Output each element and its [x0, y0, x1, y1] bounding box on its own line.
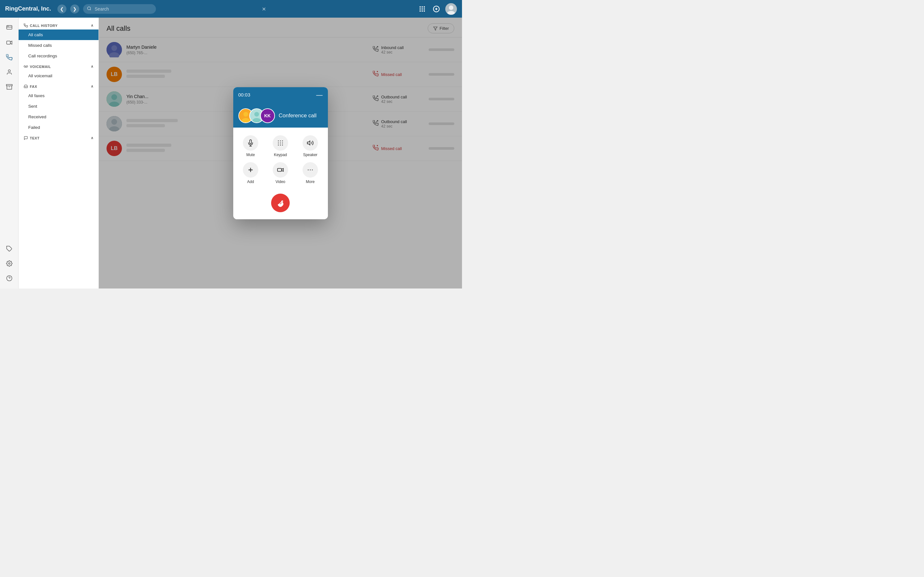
svg-point-15 — [449, 5, 453, 10]
sidebar-item-sent[interactable]: Sent — [19, 101, 99, 111]
conference-avatar-3: KK — [260, 108, 275, 123]
svg-rect-6 — [422, 8, 423, 10]
svg-point-53 — [254, 112, 259, 117]
svg-point-64 — [280, 145, 281, 145]
sidebar: CALL HISTORY ∧ All calls Missed calls Ca… — [19, 18, 99, 288]
fax-chevron: ∧ — [91, 84, 94, 89]
icon-bar-contacts[interactable] — [3, 66, 16, 79]
back-button[interactable]: ❮ — [57, 5, 66, 13]
svg-rect-20 — [6, 41, 10, 44]
speaker-icon — [302, 135, 318, 151]
svg-point-60 — [278, 142, 279, 143]
svg-rect-23 — [6, 85, 12, 86]
main-layout: CALL HISTORY ∧ All calls Missed calls Ca… — [0, 18, 462, 288]
svg-point-51 — [242, 118, 250, 123]
grid-icon-button[interactable] — [417, 4, 427, 14]
more-button[interactable]: More — [298, 162, 323, 184]
hangup-area — [238, 190, 323, 214]
svg-marker-70 — [282, 168, 284, 171]
icon-bar-bottom — [3, 242, 16, 288]
keypad-label: Keypad — [274, 153, 287, 157]
fax-section-header[interactable]: FAX ∧ — [19, 81, 99, 90]
avatar-stack: KK — [238, 108, 275, 123]
call-history-section-header[interactable]: CALL HISTORY ∧ — [19, 20, 99, 29]
call-controls-grid: Mute Keypad — [238, 135, 323, 184]
topbar: RingCentral, Inc. ❮ ❯ ✕ — [0, 0, 462, 18]
keypad-button[interactable]: Keypad — [268, 135, 293, 157]
svg-point-29 — [24, 66, 26, 67]
svg-rect-8 — [420, 10, 421, 11]
svg-point-62 — [282, 142, 283, 143]
modal-body: Mute Keypad — [233, 127, 328, 219]
svg-marker-21 — [10, 41, 12, 44]
sidebar-item-failed[interactable]: Failed — [19, 122, 99, 133]
voicemail-section-header[interactable]: VOICEMAIL ∧ — [19, 61, 99, 71]
hangup-button[interactable] — [271, 193, 290, 212]
add-call-button[interactable]: Add — [238, 162, 263, 184]
mute-icon — [243, 135, 258, 151]
svg-point-50 — [243, 112, 248, 117]
video-icon — [273, 162, 288, 177]
video-label: Video — [276, 179, 285, 184]
conference-call-title: Conference call — [279, 113, 317, 119]
sidebar-item-all-faxes[interactable]: All faxes — [19, 90, 99, 101]
icon-bar-tray[interactable] — [3, 81, 16, 93]
more-label: More — [306, 179, 314, 184]
svg-rect-10 — [424, 10, 425, 11]
sidebar-item-call-recordings[interactable]: Call recordings — [19, 51, 99, 61]
minimize-button[interactable]: — — [317, 92, 323, 98]
icon-bar-messages[interactable] — [3, 21, 16, 34]
modal-avatars-row: KK Conference call — [233, 103, 328, 127]
svg-point-22 — [8, 70, 10, 72]
search-clear-icon[interactable]: ✕ — [262, 6, 266, 12]
add-button[interactable] — [431, 4, 441, 14]
svg-rect-7 — [424, 8, 425, 10]
icon-bar-phone[interactable] — [3, 51, 16, 64]
svg-point-65 — [282, 145, 283, 145]
svg-rect-2 — [420, 6, 421, 7]
text-icon: TEXT — [24, 136, 39, 140]
svg-rect-69 — [278, 168, 282, 171]
speaker-button[interactable]: Speaker — [298, 135, 323, 157]
svg-point-54 — [252, 118, 261, 123]
topbar-actions — [417, 3, 457, 15]
call-timer: 00:03 — [238, 92, 250, 97]
main-content: All calls Filter Mar — [99, 18, 462, 288]
text-section-header[interactable]: TEXT ∧ — [19, 133, 99, 142]
sidebar-item-received[interactable]: Received — [19, 111, 99, 122]
video-button[interactable]: Video — [268, 162, 293, 184]
svg-rect-3 — [422, 6, 423, 7]
mute-button[interactable]: Mute — [238, 135, 263, 157]
user-avatar[interactable] — [445, 3, 457, 15]
icon-bar-help[interactable] — [3, 272, 16, 285]
svg-point-61 — [280, 142, 281, 143]
icon-bar-settings[interactable] — [3, 257, 16, 270]
svg-point-63 — [278, 145, 279, 145]
sidebar-item-all-voicemail[interactable]: All voicemail — [19, 71, 99, 81]
voicemail-chevron: ∧ — [91, 64, 94, 69]
forward-button[interactable]: ❯ — [70, 5, 79, 13]
svg-rect-17 — [6, 26, 12, 29]
add-label: Add — [247, 179, 254, 184]
sidebar-item-all-calls[interactable]: All calls — [19, 29, 99, 40]
call-history-chevron: ∧ — [91, 23, 94, 27]
svg-point-59 — [282, 140, 283, 141]
svg-point-57 — [278, 140, 279, 141]
svg-point-30 — [26, 66, 28, 67]
add-icon — [243, 162, 258, 177]
modal-header: 00:03 — — [233, 87, 328, 103]
keypad-icon — [273, 135, 288, 151]
fax-icon: FAX — [24, 84, 37, 89]
modal-overlay: 00:03 — — [99, 18, 462, 288]
icon-bar-puzzle[interactable] — [3, 242, 16, 255]
sidebar-item-missed-calls[interactable]: Missed calls — [19, 40, 99, 51]
svg-point-71 — [308, 169, 309, 170]
text-chevron: ∧ — [91, 136, 94, 140]
icon-bar-video[interactable] — [3, 36, 16, 49]
call-history-icon: CALL HISTORY — [24, 23, 57, 27]
search-input[interactable] — [83, 4, 156, 14]
svg-point-73 — [312, 169, 313, 170]
icon-bar — [0, 18, 19, 288]
svg-rect-5 — [420, 8, 421, 10]
svg-point-26 — [8, 263, 10, 264]
